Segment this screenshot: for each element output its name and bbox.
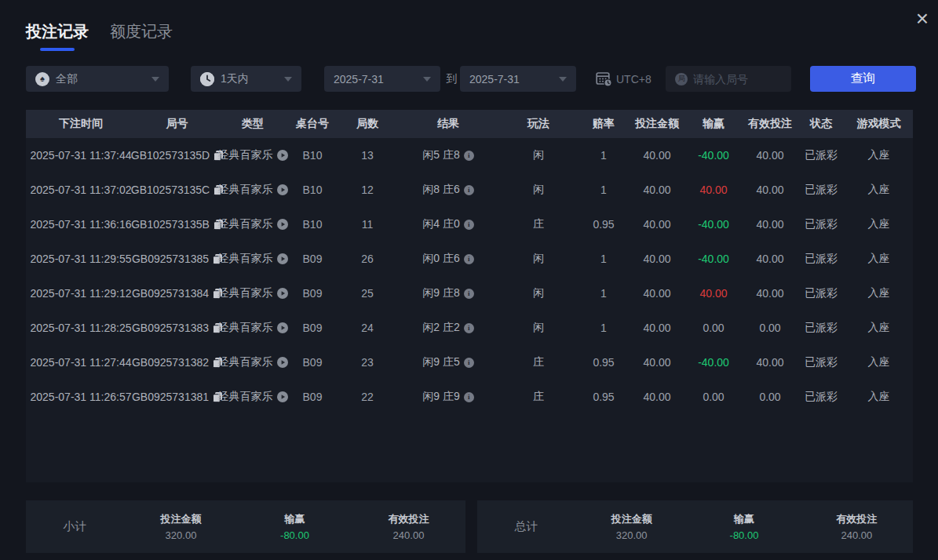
- round-id-text: GB102573135D: [131, 149, 210, 162]
- replay-video-icon[interactable]: [277, 219, 288, 230]
- replay-video-icon[interactable]: [277, 150, 288, 161]
- odds-cell: 1: [578, 138, 630, 173]
- table-row: 2025-07-31 11:37:02 GB102573135C 经典百家乐 B…: [26, 173, 913, 207]
- status-cell: 已派彩: [797, 242, 845, 276]
- query-button[interactable]: 查询: [810, 66, 916, 92]
- bet-amount-cell: 40.00: [630, 173, 684, 207]
- timezone-label: UTC+8: [616, 73, 651, 85]
- round-id-text: GB102573135C: [131, 184, 210, 196]
- round-id-text: GB0925731382: [132, 356, 209, 369]
- round-id-text: GB0925731385: [132, 253, 209, 265]
- info-icon[interactable]: [464, 185, 474, 195]
- play-type-cell: 闲: [499, 311, 578, 345]
- game-type-text: 经典百家乐: [218, 252, 273, 266]
- round-id-text: GB0925731384: [132, 287, 209, 300]
- bet-amount-cell: 40.00: [630, 345, 684, 380]
- tab-betting-records[interactable]: 投注记录: [26, 21, 89, 51]
- info-icon[interactable]: [464, 358, 474, 368]
- info-icon[interactable]: [464, 151, 474, 161]
- round-id-cell: GB0925731384: [136, 276, 218, 311]
- replay-video-icon[interactable]: [277, 253, 288, 264]
- col-header-round-no: 局数: [338, 110, 397, 138]
- spade-icon: [35, 72, 49, 86]
- win-loss-cell: -40.00: [684, 242, 743, 276]
- calendar-clock-icon: [596, 71, 612, 87]
- replay-video-icon[interactable]: [277, 357, 288, 368]
- valid-bet-cell: 40.00: [743, 345, 797, 380]
- result-cell: 闲0 庄6: [397, 242, 499, 276]
- round-no-cell: 13: [338, 138, 397, 173]
- replay-video-icon[interactable]: [277, 288, 288, 299]
- col-header-status: 状态: [797, 110, 845, 138]
- subtotal-valid-bet: 有效投注 240.00: [352, 512, 465, 541]
- round-id-cell: GB0925731383: [136, 311, 218, 345]
- col-header-table-no: 桌台号: [287, 110, 338, 138]
- round-search-input[interactable]: [693, 73, 782, 85]
- play-type-cell: 庄: [499, 345, 578, 380]
- table-row: 2025-07-31 11:36:16 GB102573135B 经典百家乐 B…: [26, 207, 913, 242]
- col-header-win-loss: 输赢: [684, 110, 743, 138]
- active-tab-indicator: [40, 48, 75, 51]
- bet-amount-cell: 40.00: [630, 207, 684, 242]
- table-no-cell: B09: [287, 276, 338, 311]
- result-cell: 闲2 庄2: [397, 311, 499, 345]
- table-no-cell: B09: [287, 380, 338, 414]
- time-range-select[interactable]: 1天内: [191, 66, 301, 92]
- win-loss-cell: -40.00: [684, 138, 743, 173]
- date-to-label: 到: [443, 66, 460, 92]
- table-row: 2025-07-31 11:29:55 GB0925731385 经典百家乐 B…: [26, 242, 913, 276]
- round-id-cell: GB0925731385: [136, 242, 218, 276]
- records-table: 下注时间 局号 类型 桌台号 局数 结果 玩法 赔率 投注金额 输赢 有效投注 …: [26, 110, 913, 482]
- replay-video-icon[interactable]: [277, 322, 288, 333]
- game-type-select[interactable]: 全部: [26, 66, 169, 92]
- round-number-icon: [675, 73, 688, 85]
- round-id-cell: GB102573135C: [136, 173, 218, 207]
- valid-bet-cell: 40.00: [743, 276, 797, 311]
- table-no-cell: B09: [287, 242, 338, 276]
- game-type-text: 经典百家乐: [218, 355, 273, 369]
- info-icon[interactable]: [464, 392, 474, 402]
- col-header-round-id: 局号: [136, 110, 218, 138]
- chevron-down-icon: [284, 77, 292, 82]
- date-from-select[interactable]: 2025-7-31: [324, 66, 440, 92]
- tab-quota-records[interactable]: 额度记录: [110, 21, 173, 51]
- replay-video-icon[interactable]: [277, 391, 288, 402]
- bet-time-cell: 2025-07-31 11:29:55: [26, 242, 136, 276]
- valid-bet-cell: 40.00: [743, 138, 797, 173]
- replay-video-icon[interactable]: [277, 184, 288, 195]
- date-to-select[interactable]: 2025-7-31: [460, 66, 576, 92]
- odds-cell: 0.95: [578, 380, 630, 414]
- status-cell: 已派彩: [797, 207, 845, 242]
- game-mode-cell: 入座: [845, 207, 913, 242]
- info-icon[interactable]: [464, 220, 474, 230]
- timezone-indicator: UTC+8: [596, 66, 651, 92]
- round-id-text: GB0925731383: [132, 322, 209, 334]
- round-id-cell: GB0925731381: [136, 380, 218, 414]
- tab-betting-records-label: 投注记录: [26, 23, 89, 40]
- status-cell: 已派彩: [797, 138, 845, 173]
- bet-time-cell: 2025-07-31 11:37:02: [26, 173, 136, 207]
- subtotal-win-loss: 输赢 -80.00: [238, 512, 352, 541]
- total-valid-bet: 有效投注 240.00: [801, 512, 913, 541]
- win-loss-cell: 40.00: [684, 276, 743, 311]
- info-icon[interactable]: [464, 289, 474, 299]
- game-type-cell: 经典百家乐: [218, 242, 287, 276]
- col-header-bet-time: 下注时间: [26, 110, 136, 138]
- play-type-cell: 闲: [499, 138, 578, 173]
- info-icon[interactable]: [464, 254, 474, 264]
- round-id-text: GB102573135B: [131, 218, 210, 231]
- play-type-cell: 闲: [499, 276, 578, 311]
- result-text: 闲0 庄6: [422, 252, 459, 266]
- close-icon[interactable]: ×: [916, 8, 929, 30]
- col-header-type: 类型: [218, 110, 287, 138]
- table-no-cell: B10: [287, 138, 338, 173]
- time-range-value: 1天内: [221, 72, 249, 86]
- win-loss-cell: -40.00: [684, 207, 743, 242]
- odds-cell: 0.95: [578, 345, 630, 380]
- game-type-text: 经典百家乐: [218, 217, 273, 231]
- play-type-cell: 庄: [499, 207, 578, 242]
- info-icon[interactable]: [464, 323, 474, 333]
- game-type-cell: 经典百家乐: [218, 138, 287, 173]
- bet-amount-cell: 40.00: [630, 242, 684, 276]
- round-search-field: [666, 66, 791, 92]
